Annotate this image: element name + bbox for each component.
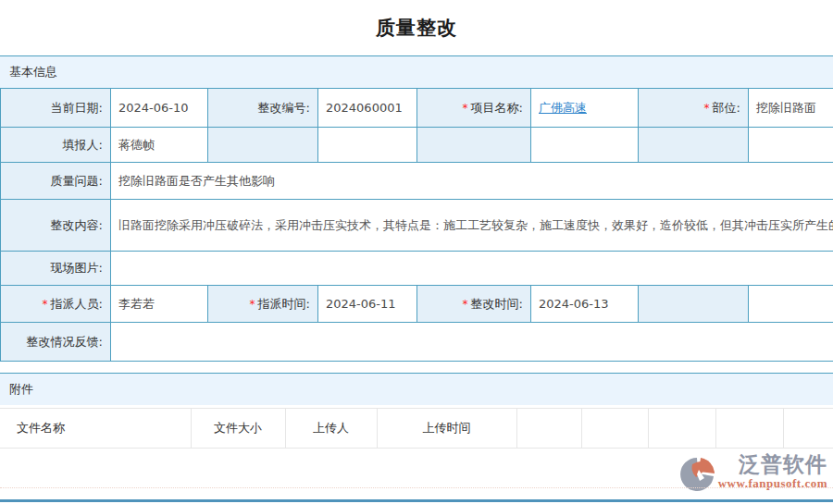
assignee-value: 李若若: [111, 286, 208, 323]
part-value: 挖除旧路面: [749, 89, 833, 128]
rectify-content-value: 旧路面挖除采用冲压破碎法，采用冲击压实技术，其特点是：施工工艺较复杂，施工速度快…: [111, 200, 833, 252]
reporter-label: 填报人:: [1, 128, 111, 163]
col-upload-time: 上传时间: [377, 409, 516, 449]
rectify-no-value: 2024060001: [318, 89, 417, 128]
basic-info-table: 当前日期: 2024-06-10 整改编号: 2024060001 *项目名称:…: [0, 88, 833, 362]
empty-column-header: [715, 409, 783, 449]
assignee-label: *指派人员:: [1, 286, 111, 323]
form-row-6: *指派人员: 李若若 *指派时间: 2024-06-11 *整改时间: 2024…: [1, 286, 833, 323]
project-name-value: 广佛高速: [531, 89, 639, 128]
required-marker: *: [250, 298, 255, 311]
col-uploader: 上传人: [285, 409, 377, 449]
empty-column-header: [648, 409, 715, 449]
form-row-5: 现场图片:: [1, 252, 833, 286]
empty-cell: [318, 128, 417, 163]
col-file-size: 文件大小: [191, 409, 285, 449]
form-row-2: 填报人: 蒋德帧: [1, 128, 833, 163]
current-date-value: 2024-06-10: [111, 89, 208, 128]
spacer: [0, 362, 833, 373]
brand-name: 泛普软件: [739, 453, 827, 476]
project-name-link[interactable]: 广佛高速: [539, 101, 587, 115]
empty-cell: [531, 128, 639, 163]
page-title: 质量整改: [376, 15, 457, 41]
assign-time-value: 2024-06-11: [318, 286, 417, 323]
section-attachments-label: 附件: [9, 381, 33, 398]
required-marker: *: [463, 102, 468, 115]
empty-cell: [417, 128, 531, 163]
empty-cell: [749, 286, 833, 323]
attachments-header-row: 文件名称 文件大小 上传人 上传时间: [0, 409, 833, 449]
brand-logo: 泛普软件 www.fanpusoft.com: [679, 453, 827, 492]
form-row-7: 整改情况反馈:: [1, 323, 833, 362]
bottom-bar: [0, 499, 833, 502]
rectify-content-label: 整改内容:: [1, 200, 111, 252]
section-attachments: 附件: [0, 373, 833, 405]
col-file-name: 文件名称: [0, 409, 191, 449]
site-photo-value: [111, 252, 833, 286]
quality-issue-value: 挖除旧路面是否产生其他影响: [111, 163, 833, 200]
empty-cell: [639, 286, 749, 323]
empty-cell: [749, 128, 833, 163]
rectify-no-label: 整改编号:: [208, 89, 318, 128]
required-marker: *: [463, 298, 468, 311]
page-footer: 泛普软件 www.fanpusoft.com: [0, 449, 833, 504]
required-marker: *: [43, 298, 48, 311]
form-row-4: 整改内容: 旧路面挖除采用冲压破碎法，采用冲击压实技术，其特点是：施工工艺较复杂…: [1, 200, 833, 252]
empty-cell: [639, 128, 749, 163]
brand-url: www.fanpusoft.com: [718, 476, 827, 491]
section-basic-info-label: 基本信息: [9, 64, 57, 80]
reporter-value: 蒋德帧: [111, 128, 208, 163]
quality-issue-label: 质量问题:: [1, 163, 111, 200]
project-name-label: *项目名称:: [417, 89, 531, 128]
attachments-table: 文件名称 文件大小 上传人 上传时间: [0, 408, 833, 449]
part-label: *部位:: [639, 89, 749, 128]
assign-time-label: *指派时间:: [208, 286, 318, 323]
rectify-time-label: *整改时间:: [417, 286, 531, 323]
empty-cell: [208, 128, 318, 163]
site-photo-label: 现场图片:: [1, 252, 111, 286]
required-marker: *: [704, 102, 710, 115]
form-row-3: 质量问题: 挖除旧路面是否产生其他影响: [1, 163, 833, 200]
rectify-time-value: 2024-06-13: [531, 286, 639, 323]
dotted-divider: [0, 487, 833, 488]
section-basic-info: 基本信息: [0, 55, 833, 88]
empty-column-header: [516, 409, 581, 449]
feedback-value: [111, 323, 833, 362]
fanpu-logo-icon: [679, 455, 716, 492]
page-header: 质量整改: [0, 0, 833, 55]
empty-column-header: [783, 409, 833, 449]
current-date-label: 当前日期:: [1, 89, 111, 128]
form-row-1: 当前日期: 2024-06-10 整改编号: 2024060001 *项目名称:…: [1, 89, 833, 128]
empty-column-header: [581, 409, 648, 449]
brand-text-block: 泛普软件 www.fanpusoft.com: [718, 453, 827, 491]
feedback-label: 整改情况反馈:: [1, 323, 111, 362]
